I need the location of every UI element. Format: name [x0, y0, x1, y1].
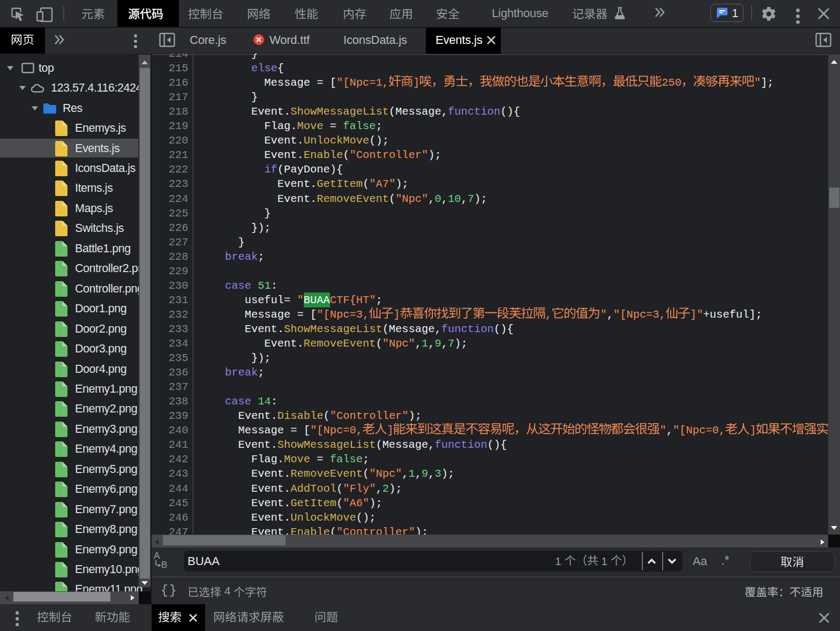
svg-text:B: B [161, 560, 167, 569]
svg-text:A: A [154, 551, 160, 561]
